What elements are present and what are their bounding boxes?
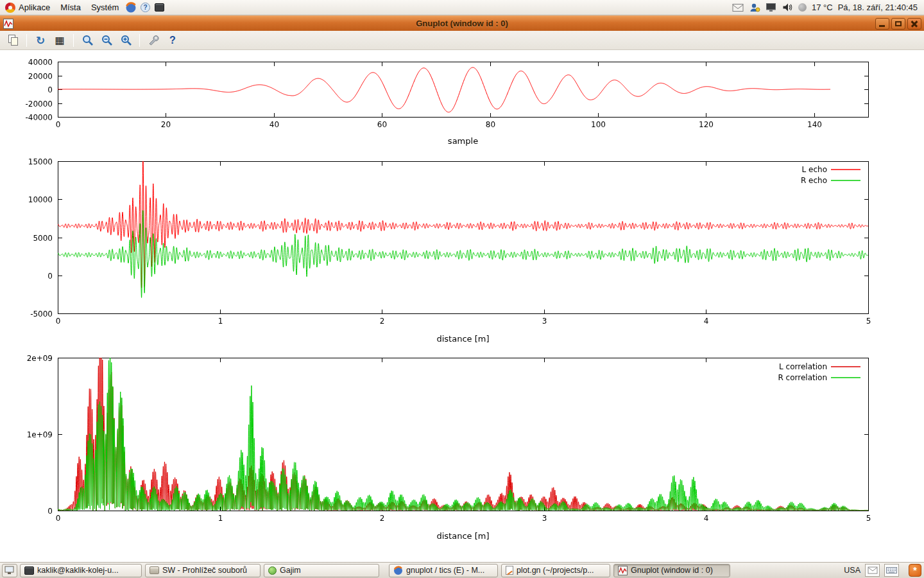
file-manager-icon bbox=[150, 566, 159, 574]
taskbar-button-label: plot.gn (~/projects/p... bbox=[517, 566, 594, 575]
replot-button[interactable]: ↻ bbox=[33, 33, 48, 48]
mail-icon bbox=[868, 566, 878, 574]
refresh-icon: ↻ bbox=[36, 34, 45, 47]
svg-text:?: ? bbox=[143, 4, 147, 11]
grid-icon: ▦ bbox=[55, 34, 64, 46]
taskbar-button-terminal[interactable]: kaklik@kaklik-kolej-u... bbox=[20, 564, 142, 577]
minimize-icon bbox=[879, 25, 885, 27]
gnuplot-icon bbox=[618, 566, 628, 575]
maximize-button[interactable] bbox=[891, 18, 905, 30]
window-titlebar[interactable]: Gnuplot (window id : 0) bbox=[0, 15, 924, 31]
taskbar-button-gajim[interactable]: Gajim bbox=[264, 564, 379, 577]
ubuntu-logo-icon bbox=[5, 3, 15, 13]
magnifier-plus-icon bbox=[120, 34, 132, 46]
weather-icon[interactable] bbox=[798, 3, 807, 12]
users-tray-icon[interactable] bbox=[749, 3, 760, 13]
help-icon: ? bbox=[140, 2, 151, 13]
close-button[interactable] bbox=[907, 18, 921, 30]
window-controls bbox=[875, 18, 924, 30]
bottom-taskbar: kaklik@kaklik-kolej-u... SW - Prohlížeč … bbox=[0, 562, 924, 578]
menu-places[interactable]: Místa bbox=[55, 0, 86, 15]
zoom-next-button[interactable] bbox=[118, 33, 133, 48]
menu-places-label: Místa bbox=[60, 3, 81, 12]
firefox-icon bbox=[125, 2, 137, 13]
clock-indicator[interactable]: Pá, 18. září, 21:40:45 bbox=[838, 3, 918, 12]
help-question-icon: ? bbox=[169, 35, 176, 46]
menu-applications-label: Aplikace bbox=[19, 3, 50, 12]
taskbar-button-editor[interactable]: plot.gn (~/projects/p... bbox=[501, 564, 610, 577]
keyboard-icon bbox=[886, 566, 897, 574]
screen-tray-icon[interactable] bbox=[766, 3, 777, 12]
desktop-icon bbox=[4, 566, 15, 575]
mail-notifier[interactable] bbox=[865, 564, 880, 577]
zoom-previous-button[interactable] bbox=[99, 33, 114, 48]
keyboard-tray[interactable] bbox=[884, 564, 899, 577]
show-desktop-button[interactable] bbox=[2, 564, 17, 577]
system-tray: 17 °C Pá, 18. září, 21:40:45 bbox=[732, 3, 924, 13]
help-launcher-icon[interactable]: ? bbox=[138, 0, 152, 15]
taskbar-button-label: kaklik@kaklik-kolej-u... bbox=[37, 566, 119, 575]
temperature-indicator[interactable]: 17 °C bbox=[812, 3, 833, 12]
terminal-icon bbox=[24, 566, 34, 575]
taskbar-tray: USA * bbox=[844, 564, 924, 577]
magnifier-minus-icon bbox=[101, 34, 113, 46]
text-editor-icon bbox=[506, 566, 513, 575]
toggle-grid-button[interactable]: ▦ bbox=[52, 33, 67, 48]
taskbar-button-label: Gajim bbox=[280, 566, 301, 575]
firefox-icon bbox=[393, 566, 403, 575]
taskbar-button-label: SW - Prohlížeč souborů bbox=[162, 566, 247, 575]
window-title: Gnuplot (window id : 0) bbox=[0, 19, 924, 28]
menu-applications[interactable]: Aplikace bbox=[0, 0, 55, 15]
zoom-autoscale-button[interactable] bbox=[80, 33, 95, 48]
gnuplot-canvas[interactable] bbox=[0, 50, 924, 562]
settings-button[interactable] bbox=[146, 33, 161, 48]
firefox-launcher-icon[interactable] bbox=[124, 0, 138, 15]
gnuplot-toolbar: ↻ ▦ ? bbox=[0, 31, 924, 50]
copy-to-clipboard-button[interactable] bbox=[5, 33, 21, 48]
taskbar-button-label: gnuplot / tics (E) - M... bbox=[406, 566, 484, 575]
menu-system-label: Systém bbox=[91, 3, 119, 12]
taskbar-button-gnuplot[interactable]: Gnuplot (window id : 0) bbox=[613, 564, 730, 577]
volume-icon[interactable] bbox=[782, 3, 793, 12]
minimize-button[interactable] bbox=[875, 18, 889, 30]
magnifier-icon bbox=[81, 34, 94, 46]
gajim-icon bbox=[268, 566, 277, 575]
gnome-top-panel: Aplikace Místa Systém ? bbox=[0, 0, 924, 15]
copy-icon bbox=[7, 34, 19, 46]
toolbar-separator bbox=[73, 34, 74, 47]
mail-tray-icon[interactable] bbox=[732, 3, 744, 12]
terminal-icon bbox=[155, 3, 164, 12]
help-button[interactable]: ? bbox=[165, 33, 180, 48]
taskbar-button-label: Gnuplot (window id : 0) bbox=[631, 566, 713, 575]
taskbar-button-browser[interactable]: gnuplot / tics (E) - M... bbox=[389, 564, 498, 577]
maximize-icon bbox=[895, 21, 902, 26]
keyboard-layout-indicator[interactable]: USA bbox=[844, 566, 860, 575]
update-notifier-icon[interactable]: * bbox=[909, 564, 921, 577]
menu-system[interactable]: Systém bbox=[86, 0, 124, 15]
taskbar-button-file-browser[interactable]: SW - Prohlížeč souborů bbox=[145, 564, 261, 577]
terminal-launcher-icon[interactable] bbox=[152, 0, 166, 15]
toolbar-separator bbox=[26, 34, 27, 47]
plot-area bbox=[0, 50, 924, 562]
wrench-icon bbox=[148, 34, 160, 46]
toolbar-separator bbox=[139, 34, 140, 47]
